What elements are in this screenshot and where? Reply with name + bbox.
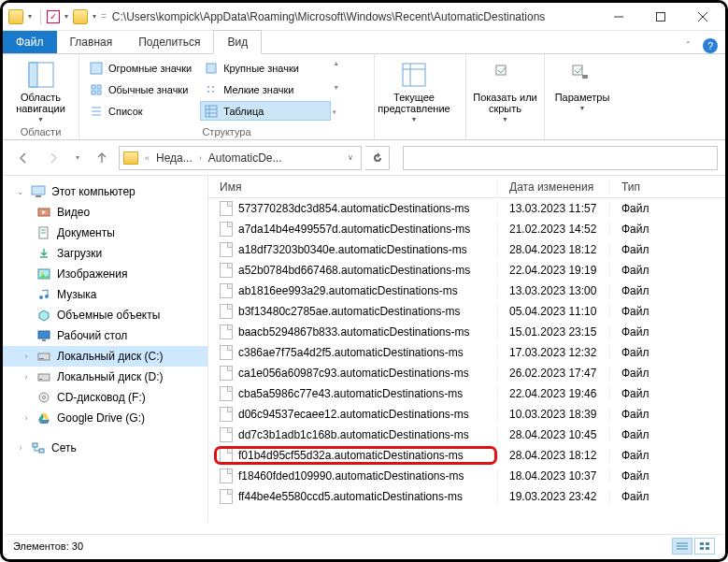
details-view-button[interactable] xyxy=(672,538,692,555)
tab-file[interactable]: Файл xyxy=(3,31,57,53)
tree-gdrive[interactable]: ›Google Drive (G:) xyxy=(3,408,207,428)
address-dropdown-icon[interactable]: ∨ xyxy=(344,153,357,162)
file-name: dd7c3b1adb1c168b.automaticDestinations-m… xyxy=(238,428,469,441)
file-icon xyxy=(220,324,233,339)
qat-check-icon[interactable]: ✓ xyxy=(47,10,60,23)
tree-downloads[interactable]: Загрузки xyxy=(3,243,207,264)
tab-view[interactable]: Вид xyxy=(213,30,262,54)
svg-point-18 xyxy=(212,91,214,93)
refresh-button[interactable] xyxy=(365,146,390,170)
file-list[interactable]: Имя Дата изменения Тип 573770283dc3d854.… xyxy=(208,176,725,522)
svg-rect-5 xyxy=(29,63,37,87)
tree-videos[interactable]: Видео xyxy=(3,202,207,223)
file-date: 18.04.2023 10:37 xyxy=(498,469,610,483)
col-name-header[interactable]: Имя xyxy=(208,180,498,194)
file-name: ff44be4e5580ccd5.automaticDestinations-m… xyxy=(238,490,463,503)
layout-small-icons[interactable]: Мелкие значки xyxy=(200,79,331,99)
tree-disk-d[interactable]: ›Локальный диск (D:) xyxy=(3,367,207,387)
ribbon-collapse-icon[interactable]: ˆ xyxy=(687,41,690,51)
help-icon[interactable]: ? xyxy=(703,38,718,53)
svg-point-38 xyxy=(39,295,43,299)
svg-rect-52 xyxy=(39,449,44,453)
quick-access-toolbar: ▾ ✓ ▾ ▾ = xyxy=(5,9,107,24)
layout-table[interactable]: Таблица xyxy=(200,101,331,121)
tree-network[interactable]: ›Сеть xyxy=(3,438,207,458)
file-row[interactable]: dd7c3b1adb1c168b.automaticDestinations-m… xyxy=(208,425,725,445)
svg-rect-29 xyxy=(32,186,45,195)
options-button[interactable]: Параметры ▼ xyxy=(550,58,614,111)
show-hide-button[interactable]: Показать или скрыть ▼ xyxy=(472,58,538,122)
tree-desktop[interactable]: Рабочий стол xyxy=(3,325,207,346)
chevron-down-icon: ▼ xyxy=(579,105,586,111)
file-date: 26.02.2023 17:47 xyxy=(498,367,610,380)
file-name: a52b0784bd667468.automaticDestinations-m… xyxy=(238,264,470,277)
layout-normal-icons[interactable]: Обычные значки xyxy=(85,79,198,99)
file-icon xyxy=(220,448,233,463)
file-type: Файл xyxy=(610,223,725,236)
file-row[interactable]: ab1816ee993a29.automaticDestinations-ms1… xyxy=(208,281,725,301)
tab-home[interactable]: Главная xyxy=(57,31,126,53)
file-row[interactable]: c386ae7f75a4d2f5.automaticDestinations-m… xyxy=(208,342,725,363)
tree-pictures[interactable]: Изображения xyxy=(3,264,207,284)
close-button[interactable] xyxy=(681,4,723,30)
tree-music[interactable]: Музыка xyxy=(3,284,207,305)
col-date-header[interactable]: Дата изменения xyxy=(498,180,610,194)
svg-rect-14 xyxy=(207,64,216,73)
tab-share[interactable]: Поделиться xyxy=(125,31,213,53)
current-view-button[interactable]: Текущее представление ▼ xyxy=(380,58,448,122)
file-type: Файл xyxy=(610,449,725,462)
back-button[interactable] xyxy=(10,145,36,171)
file-row[interactable]: ca1e056a60987c93.automaticDestinations-m… xyxy=(208,363,725,383)
icons-view-button[interactable] xyxy=(694,538,715,555)
svg-rect-30 xyxy=(36,195,41,197)
scroll-down-icon[interactable]: ▼ xyxy=(333,84,339,91)
layout-large-icons[interactable]: Крупные значки xyxy=(200,58,331,78)
file-icon xyxy=(220,489,233,504)
file-row[interactable]: baacb5294867b833.automaticDestinations-m… xyxy=(208,322,725,342)
tree-this-pc[interactable]: ⌄Этот компьютер xyxy=(3,181,207,202)
folder-tree[interactable]: ⌄Этот компьютер Видео Документы Загрузки… xyxy=(3,176,208,522)
expand-icon[interactable]: ▾ xyxy=(333,108,339,116)
tree-disk-c[interactable]: ›Локальный диск (C:) xyxy=(3,346,207,367)
file-row[interactable]: f01b4d95cf55d32a.automaticDestinations-m… xyxy=(208,445,725,466)
file-date: 22.04.2023 19:46 xyxy=(498,387,610,400)
folder-icon xyxy=(123,151,138,165)
file-row[interactable]: d06c94537ecaee12.automaticDestinations-m… xyxy=(208,404,725,425)
chevron-right-icon[interactable]: › xyxy=(196,153,205,163)
file-row[interactable]: cba5a5986c77e43.automaticDestinations-ms… xyxy=(208,383,725,404)
forward-button[interactable] xyxy=(40,145,66,171)
file-row[interactable]: a52b0784bd667468.automaticDestinations-m… xyxy=(208,260,725,281)
search-input[interactable] xyxy=(403,146,718,170)
history-dropdown[interactable]: ▾ xyxy=(70,145,85,171)
file-icon xyxy=(220,242,233,257)
file-row[interactable]: f18460fded109990.automaticDestinations-m… xyxy=(208,466,725,486)
svg-rect-40 xyxy=(38,331,50,339)
file-row[interactable]: 573770283dc3d854.automaticDestinations-m… xyxy=(208,198,725,219)
scroll-up-icon[interactable]: ▲ xyxy=(333,60,339,66)
navigation-pane-button[interactable]: Область навигации ▼ xyxy=(8,58,73,122)
minimize-button[interactable] xyxy=(597,4,639,30)
file-row[interactable]: b3f13480c2785ae.automaticDestinations-ms… xyxy=(208,301,725,322)
maximize-button[interactable] xyxy=(639,4,681,30)
chevron-down-icon: ▼ xyxy=(37,116,44,122)
tree-cd-f[interactable]: CD-дисковод (F:) xyxy=(3,387,207,408)
svg-rect-7 xyxy=(92,85,95,89)
layout-huge-icons[interactable]: Огромные значки xyxy=(85,58,198,78)
file-row[interactable]: a18df73203b0340e.automaticDestinations-m… xyxy=(208,239,725,260)
qat-dropdown3-icon[interactable]: ▾ xyxy=(90,12,99,21)
svg-rect-58 xyxy=(700,547,704,550)
tree-documents[interactable]: Документы xyxy=(3,223,207,243)
address-box[interactable]: « Неда... › AutomaticDe... ∨ xyxy=(119,146,362,170)
file-row[interactable]: a7da14b4e499557d.automaticDestinations-m… xyxy=(208,219,725,239)
file-icon xyxy=(220,366,233,381)
file-name: baacb5294867b833.automaticDestinations-m… xyxy=(238,325,470,339)
file-icon xyxy=(220,304,233,319)
svg-point-16 xyxy=(212,86,214,88)
file-row[interactable]: ff44be4e5580ccd5.automaticDestinations-m… xyxy=(208,486,725,507)
qat-dropdown-icon[interactable]: ▾ xyxy=(25,12,35,21)
up-button[interactable] xyxy=(89,145,115,171)
layout-list[interactable]: Список xyxy=(85,101,198,121)
col-type-header[interactable]: Тип xyxy=(610,180,725,194)
qat-dropdown2-icon[interactable]: ▾ xyxy=(62,12,71,21)
tree-3d[interactable]: Объемные объекты xyxy=(3,305,207,325)
